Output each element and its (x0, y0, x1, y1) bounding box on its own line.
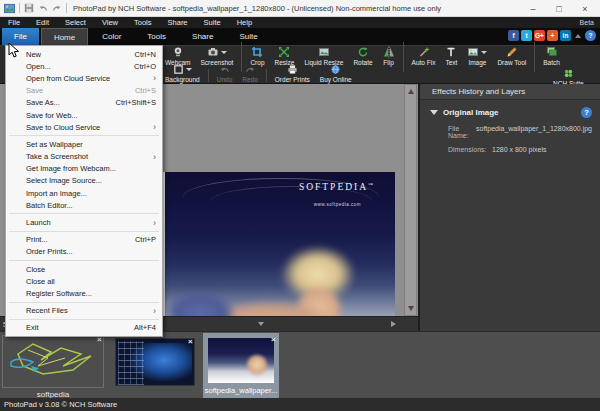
scroll-right-icon[interactable] (391, 321, 396, 327)
section-help-icon[interactable]: ? (581, 107, 592, 118)
divider (403, 42, 404, 72)
menu-separator (9, 302, 159, 303)
menu-item-import-an-image[interactable]: Import an Image... (6, 187, 162, 199)
menu-view[interactable]: View (94, 18, 126, 27)
scroll-down-icon[interactable] (408, 306, 414, 311)
menu-item-save[interactable]: SaveCtrl+S (6, 85, 162, 97)
text-icon (445, 46, 457, 58)
close-thumbnail-icon[interactable]: × (188, 338, 193, 346)
scroll-up-icon[interactable] (408, 89, 414, 94)
thumbnail-windows-screenshot[interactable] (115, 338, 195, 386)
effects-panel-header: Effects History and Layers (420, 84, 600, 100)
menu-item-close-all[interactable]: Close all (6, 275, 162, 287)
menu-item-save-for-web[interactable]: Save for Web... (6, 109, 162, 121)
divider (266, 69, 267, 82)
chevron-down-icon (481, 51, 487, 54)
tab-color[interactable]: Color (90, 28, 133, 45)
menu-item-open-from-cloud[interactable]: Open from Cloud Service› (6, 72, 162, 84)
ribbon-tab-row: File Home Color Tools Share Suite f t G+… (0, 28, 600, 45)
flip-button[interactable]: Flip (378, 45, 400, 67)
collapse-section-icon[interactable] (430, 110, 438, 115)
thumbnail-wallpaper-selected[interactable]: softpedia_wallpaper... (203, 333, 279, 399)
menu-file[interactable]: File (0, 18, 28, 27)
image-icon (467, 46, 479, 58)
menu-item-save-as[interactable]: Save As...Ctrl+Shift+S (6, 97, 162, 109)
redo-icon[interactable] (52, 3, 62, 13)
googleplus-icon[interactable]: G+ (534, 30, 545, 41)
collapse-toolbar-icon[interactable] (575, 34, 581, 38)
menu-separator (9, 135, 159, 136)
menu-item-set-as-wallpaper[interactable]: Set as Wallpaper (6, 138, 162, 150)
linkedin-icon[interactable]: in (560, 30, 571, 41)
minimize-button[interactable]: – (520, 0, 546, 17)
menu-edit[interactable]: Edit (28, 18, 57, 27)
menu-item-recent-files[interactable]: Recent Files› (6, 305, 162, 317)
save-icon[interactable] (24, 3, 34, 13)
tab-suite[interactable]: Suite (227, 28, 269, 45)
redo-icon (245, 64, 256, 75)
effects-panel: Effects History and Layers Original Imag… (418, 84, 600, 331)
menu-item-save-to-cloud[interactable]: Save to Cloud Service› (6, 121, 162, 133)
mouse-cursor (8, 42, 20, 59)
help-icon[interactable]: ? (585, 30, 596, 41)
menu-suite[interactable]: Suite (196, 18, 229, 27)
facebook-icon[interactable]: f (508, 30, 519, 41)
close-button[interactable]: × (572, 0, 598, 17)
menu-item-new[interactable]: NewCtrl+N (6, 48, 162, 60)
menu-item-get-image-from-webcam[interactable]: Get Image from Webcam... (6, 163, 162, 175)
undo-icon[interactable] (38, 3, 48, 13)
menu-item-select-image-source[interactable]: Select Image Source... (6, 175, 162, 187)
batch-button[interactable]: Batch (538, 45, 565, 67)
menu-item-launch[interactable]: Launch› (6, 216, 162, 228)
twitter-icon[interactable]: t (521, 30, 532, 41)
menu-tools[interactable]: Tools (126, 18, 160, 27)
file-name-label: File Name: (448, 125, 476, 139)
desktop-icons-grid (118, 341, 144, 385)
text-button[interactable]: Text (440, 45, 462, 67)
draw-tool-button[interactable]: Draw Tool (492, 45, 531, 67)
tab-home[interactable]: Home (41, 28, 88, 45)
batch-icon (546, 46, 558, 58)
background-button[interactable]: Background (160, 63, 205, 84)
menu-item-exit[interactable]: ExitAlt+F4 (6, 322, 162, 334)
menu-item-order-prints[interactable]: Order Prints... (6, 246, 162, 258)
menu-item-batch-editor[interactable]: Batch Editor... (6, 199, 162, 211)
menu-item-register-software[interactable]: Register Software... (6, 287, 162, 299)
rotate-icon (357, 46, 369, 58)
draw-tool-icon (506, 46, 518, 58)
menu-item-print[interactable]: Print...Ctrl+P (6, 234, 162, 246)
buy-online-button[interactable]: Buy Online (315, 63, 357, 84)
tab-tools[interactable]: Tools (135, 28, 178, 45)
undo-button[interactable]: Undo (212, 63, 238, 84)
auto-fix-button[interactable]: Auto Fix (407, 45, 441, 67)
background-icon (173, 64, 184, 75)
thumbnail-softpedia[interactable] (2, 335, 104, 388)
auto-fix-icon (418, 46, 430, 58)
close-thumbnail-icon[interactable]: × (271, 336, 276, 344)
menu-select[interactable]: Select (57, 18, 94, 27)
menu-item-take-screenshot[interactable]: Take a Screenshot› (6, 151, 162, 163)
window-title: PhotoPad by NCH Software - softpedia_wal… (73, 4, 441, 13)
menu-help[interactable]: Help (229, 18, 260, 27)
maximize-button[interactable]: □ (546, 0, 572, 17)
photopad-window: PhotoPad by NCH Software - softpedia_wal… (0, 0, 600, 411)
menu-share[interactable]: Share (160, 18, 196, 27)
dimensions-value: 1280 x 800 pixels (492, 146, 546, 153)
screenshot-icon (207, 46, 219, 58)
vertical-scrollbar[interactable] (404, 84, 417, 316)
menu-item-close[interactable]: Close (6, 263, 162, 275)
image-button[interactable]: Image (462, 45, 492, 67)
scrollbar-thumb-notch[interactable] (258, 322, 264, 326)
order-prints-button[interactable]: Order Prints (270, 63, 315, 84)
tab-share[interactable]: Share (180, 28, 225, 45)
menu-separator (9, 319, 159, 320)
share-icon[interactable]: + (547, 30, 558, 41)
menu-separator (9, 260, 159, 261)
close-thumbnail-icon[interactable]: × (97, 336, 102, 344)
menu-item-open[interactable]: Open...Ctrl+O (6, 60, 162, 72)
app-icon (4, 3, 15, 14)
file-name-value: softpedia_wallpaper_1_1280x800.jpg (476, 125, 592, 139)
redo-button[interactable]: Redo (237, 63, 263, 84)
chevron-down-icon (186, 68, 192, 71)
submenu-arrow-icon: › (153, 122, 156, 132)
